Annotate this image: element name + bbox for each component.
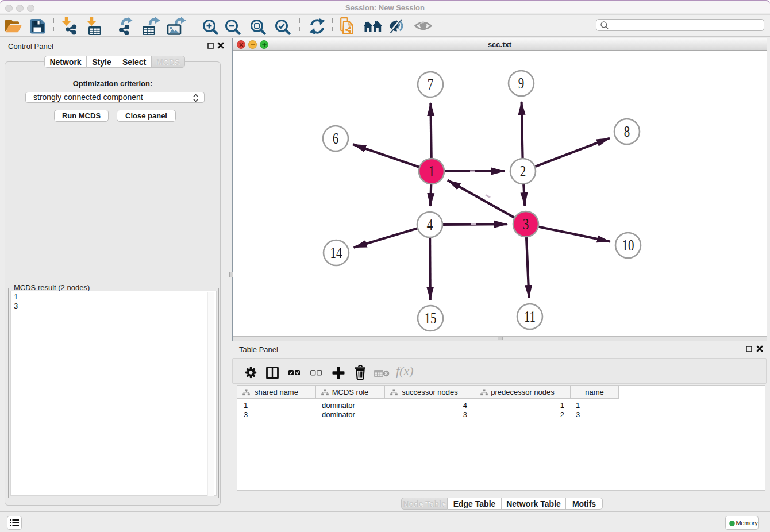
svg-text:2: 2 <box>520 162 526 180</box>
svg-text:7: 7 <box>428 75 434 93</box>
svg-text:10: 10 <box>622 236 634 254</box>
svg-text:3: 3 <box>523 215 529 233</box>
svg-text:4: 4 <box>427 215 433 233</box>
svg-text:1: 1 <box>429 162 435 180</box>
svg-text:14: 14 <box>330 244 342 261</box>
svg-text:11: 11 <box>524 307 536 325</box>
svg-text:6: 6 <box>333 129 339 147</box>
svg-text:15: 15 <box>425 309 437 327</box>
svg-text:9: 9 <box>518 74 525 92</box>
svg-text:8: 8 <box>624 122 630 140</box>
